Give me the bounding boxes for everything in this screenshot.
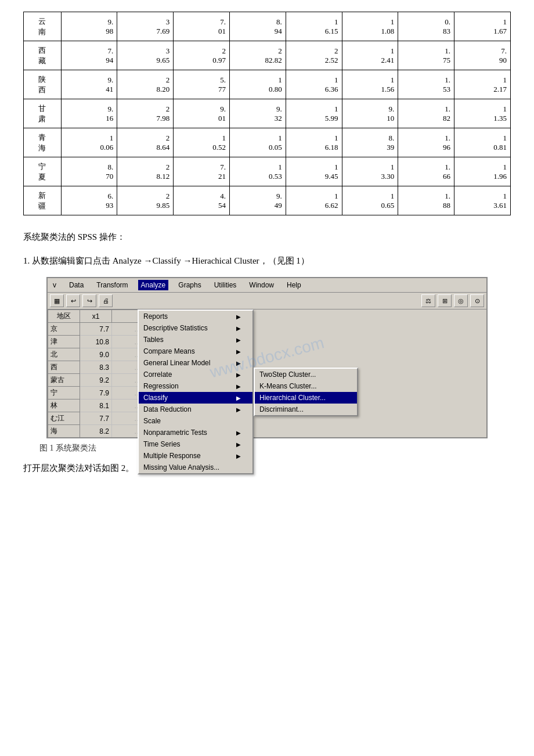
- spreadsheet-cell-blank: …: [112, 348, 144, 361]
- table-cell: 1. 66: [398, 157, 454, 186]
- table-cell: 4. 54: [174, 186, 230, 215]
- classify-submenu: TwoStep Cluster... K-Means Cluster... Hi…: [254, 368, 358, 416]
- menu-item-v[interactable]: v: [50, 280, 59, 290]
- table-cell: 9. 10: [342, 99, 398, 128]
- spreadsheet-cell-x1: 8.1: [80, 399, 112, 412]
- submenu-twostep[interactable]: TwoStep Cluster...: [255, 369, 357, 380]
- table-cell: 2 0.97: [174, 41, 230, 70]
- submenu-discriminant-label: Discriminant...: [259, 405, 304, 413]
- table-cell: 7. 01: [174, 12, 230, 41]
- text2-label: 1. 从数据编辑窗口点击 Analyze →Classify →Hierachi…: [23, 256, 309, 265]
- table-cell: 2 8.20: [117, 70, 174, 99]
- table-cell: 1. 75: [398, 41, 454, 70]
- data-table: 云 南9. 983 7.697. 018. 941 6.151 1.080. 8…: [23, 12, 511, 215]
- table-cell: 3 7.69: [117, 12, 174, 41]
- multiple-response-arrow: ▶: [236, 453, 241, 459]
- menu-item-data[interactable]: Data: [66, 280, 86, 290]
- table-cell: 新 疆: [24, 186, 62, 215]
- spreadsheet-row-label: 西: [48, 361, 80, 374]
- table-cell: 青 海: [24, 128, 62, 157]
- spreadsheet-row-label: 北: [48, 348, 80, 361]
- toolbar-btn-redo[interactable]: ↪: [82, 294, 96, 307]
- submenu-kmeans[interactable]: K-Means Cluster...: [255, 380, 357, 392]
- table-cell: 1 1.08: [342, 12, 398, 41]
- menu-item-analyze[interactable]: Analyze: [138, 280, 169, 290]
- table-cell: 1. 88: [398, 186, 454, 215]
- toolbar-btn-right2[interactable]: ⊞: [438, 294, 452, 307]
- spreadsheet-cell-x1: 8.3: [80, 361, 112, 374]
- menu-item-transform[interactable]: Transform: [93, 280, 131, 290]
- spreadsheet-cell-x5: [176, 348, 199, 361]
- table-cell: 9. 41: [61, 70, 117, 99]
- classify-arrow: ▶: [236, 395, 241, 401]
- table-cell: 1 9.45: [286, 157, 342, 186]
- toolbar: ▦ ↩ ↪ 🖨 ⚖ ⊞ ◎ ⊙: [48, 293, 486, 309]
- spreadsheet-cell-x1: 9.2: [80, 374, 112, 387]
- table-cell: 8. 94: [229, 12, 286, 41]
- menu-bar: v Data Transform Analyze Graphs Utilitie…: [48, 278, 486, 293]
- spreadsheet-cell-x4: [144, 361, 176, 374]
- table-cell: 0. 83: [398, 12, 454, 41]
- spreadsheet-cell-x5: 17.13: [176, 336, 199, 348]
- submenu-discriminant[interactable]: Discriminant...: [255, 404, 357, 415]
- col-header-x1: x1: [80, 310, 112, 323]
- table-cell: 6. 93: [61, 186, 117, 215]
- table-cell: 陕 西: [24, 70, 62, 99]
- table-cell: 1 1.96: [454, 157, 511, 186]
- table-cell: 1 6.15: [286, 12, 342, 41]
- spss-window: www.bdocx.com v Data Transform Analyze G…: [46, 277, 488, 438]
- table-cell: 甘 肃: [24, 99, 62, 128]
- table-cell: 1 5.99: [286, 99, 342, 128]
- spreadsheet-cell-x4: 20.51: [144, 323, 176, 336]
- spreadsheet-cell-x4: [144, 387, 176, 399]
- tables-arrow: ▶: [236, 337, 241, 343]
- table-cell: 1 0.52: [174, 128, 230, 157]
- menu-item-graphs[interactable]: Graphs: [175, 280, 204, 290]
- table-cell: 1 0.53: [229, 157, 286, 186]
- table-cell: 7. 90: [454, 41, 511, 70]
- table-cell: 1. 82: [398, 99, 454, 128]
- table-cell: 9. 16: [61, 99, 117, 128]
- submenu-hierarchical-label: Hierarchical Cluster...: [259, 394, 326, 402]
- table-cell: 9. 98: [61, 12, 117, 41]
- spreadsheet-row-label: 宁: [48, 387, 80, 399]
- spreadsheet-cell-blank: …: [112, 387, 144, 399]
- table-cell: 1 2.41: [342, 41, 398, 70]
- menu-item-window[interactable]: Window: [246, 280, 277, 290]
- toolbar-btn-1[interactable]: ▦: [50, 294, 64, 307]
- menu-item-utilities[interactable]: Utilities: [211, 280, 240, 290]
- table-cell: 8. 70: [61, 157, 117, 186]
- spreadsheet-cell-blank: …: [112, 361, 144, 374]
- figure-caption: 图 1 系统聚类法: [23, 443, 511, 453]
- spreadsheet-row-label: む江: [48, 412, 80, 425]
- final-text-label: 打开层次聚类法对话如图 2。: [23, 463, 134, 473]
- table-cell: 2 8.64: [117, 128, 174, 157]
- table-cell: 1 0.06: [61, 128, 117, 157]
- table-cell: 9. 32: [229, 99, 286, 128]
- spreadsheet-cell-x5: 19.29: [176, 412, 199, 425]
- toolbar-btn-right4[interactable]: ⊙: [470, 294, 484, 307]
- table-cell: 1 3.30: [342, 157, 398, 186]
- table-cell: 1 0.65: [342, 186, 398, 215]
- submenu-hierarchical[interactable]: Hierarchical Cluster...: [255, 392, 357, 404]
- toolbar-btn-print[interactable]: 🖨: [99, 294, 113, 307]
- toolbar-btn-right1[interactable]: ⚖: [421, 294, 435, 307]
- table-cell: 1 0.80: [229, 70, 286, 99]
- table-cell: 7. 21: [174, 157, 230, 186]
- desc-stats-arrow: ▶: [236, 325, 241, 332]
- final-text: 打开层次聚类法对话如图 2。: [23, 463, 511, 474]
- table-cell: 1. 96: [398, 128, 454, 157]
- figure-caption-text: 图 1 系统聚类法: [39, 444, 96, 452]
- menu-item-help[interactable]: Help: [284, 280, 304, 290]
- submenu-twostep-label: TwoStep Cluster...: [259, 370, 316, 379]
- toolbar-btn-undo[interactable]: ↩: [66, 294, 80, 307]
- table-cell: 9. 01: [174, 99, 230, 128]
- spreadsheet-cell-x1: 10.8: [80, 336, 112, 348]
- spreadsheet-cell-blank: …: [112, 425, 144, 438]
- toolbar-btn-right3[interactable]: ◎: [454, 294, 468, 307]
- table-cell: 2 2.52: [286, 41, 342, 70]
- intro-text-2: 1. 从数据编辑窗口点击 Analyze →Classify →Hierachi…: [23, 253, 511, 269]
- spreadsheet-cell-blank: …: [112, 374, 144, 387]
- spreadsheet-cell-x1: 7.7: [80, 323, 112, 336]
- table-cell: 1 6.36: [286, 70, 342, 99]
